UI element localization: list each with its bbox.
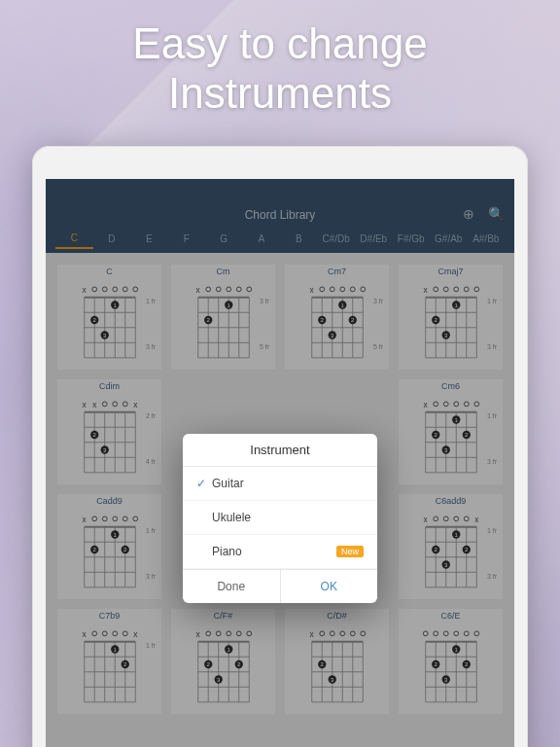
option-label: Piano	[212, 545, 336, 558]
promo-headline: Easy to changeInstruments	[0, 19, 560, 118]
instrument-option-piano[interactable]: Piano New	[183, 535, 377, 569]
done-button[interactable]: Done	[183, 570, 281, 603]
app-screen: Chord Library ⊕ 🔍 CDEFGABC#/DbD#/EbF#/Gb…	[46, 179, 514, 747]
dialog-actions: Done OK	[183, 569, 377, 603]
instrument-dialog: Instrument ✓ Guitar Ukulele Piano New Do…	[183, 434, 377, 603]
option-label: Guitar	[212, 477, 364, 490]
ipad-frame: Chord Library ⊕ 🔍 CDEFGABC#/DbD#/EbF#/Gb…	[32, 146, 528, 747]
ok-button[interactable]: OK	[281, 570, 378, 603]
new-badge: New	[336, 546, 364, 557]
check-icon: ✓	[196, 477, 212, 490]
instrument-option-ukulele[interactable]: Ukulele	[183, 501, 377, 535]
dialog-title: Instrument	[183, 434, 377, 467]
option-label: Ukulele	[212, 511, 364, 524]
instrument-option-guitar[interactable]: ✓ Guitar	[183, 467, 377, 501]
